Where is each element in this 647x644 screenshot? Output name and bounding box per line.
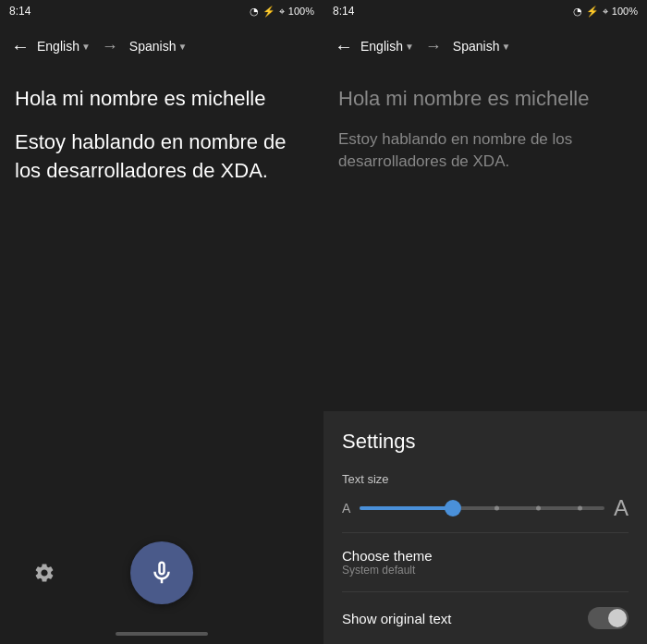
text-size-section: Text size A A (324, 461, 647, 532)
right-source-lang-label: English (360, 39, 403, 54)
choose-theme-row[interactable]: Choose theme System default (324, 533, 647, 591)
right-source-lang-button[interactable]: English ▼ (360, 39, 414, 54)
left-target-lang-label: Spanish (129, 39, 177, 54)
left-panel: 8:14 ◔ ⚡ ⌖ 100% ← English ▼ → Spanish ▼ … (0, 0, 324, 644)
right-source-lang-arrow: ▼ (405, 42, 414, 52)
right-translation-line2: Estoy hablando en nombre de los desarrol… (338, 128, 632, 173)
left-source-lang-button[interactable]: English ▼ (37, 39, 91, 54)
right-wifi-icon: ⌖ (603, 6, 608, 18)
left-home-indicator (0, 624, 324, 644)
slider-thumb (445, 500, 461, 516)
left-mic-button[interactable] (130, 541, 193, 604)
notification-icon: ◔ (250, 6, 259, 18)
battery-icon: 100% (288, 6, 314, 17)
slider-small-a: A (342, 501, 350, 516)
right-translation-line1: Hola mi nombre es michelle (338, 85, 632, 114)
slider-fill (360, 506, 453, 510)
left-target-lang-arrow: ▼ (177, 42, 187, 52)
left-translation-line1: Hola mi nombre es michelle (15, 85, 309, 114)
right-toolbar: ← English ▼ → Spanish ▼ (324, 22, 647, 70)
choose-theme-title: Choose theme (342, 548, 433, 564)
right-panel: 8:14 ◔ ⚡ ⌖ 100% ← English ▼ → Spanish ▼ … (324, 0, 647, 644)
text-size-label: Text size (342, 472, 629, 486)
left-lang-separator: → (102, 37, 118, 56)
left-target-lang-button[interactable]: Spanish ▼ (129, 39, 188, 54)
settings-panel: Settings Text size A A Choose theme (324, 411, 647, 644)
show-original-title: Show original text (342, 611, 451, 626)
right-status-icons: ◔ ⚡ ⌖ 100% (573, 6, 638, 18)
left-translation-line2: Estoy hablando en nombre de los desarrol… (15, 128, 309, 186)
right-bolt-icon: ⚡ (586, 6, 599, 18)
right-battery-icon: 100% (612, 6, 638, 17)
right-lang-separator: → (425, 37, 442, 56)
slider-large-a: A (614, 495, 629, 521)
left-status-icons: ◔ ⚡ ⌖ 100% (250, 6, 314, 18)
right-notification-icon: ◔ (573, 6, 582, 18)
left-bottom-controls (0, 541, 324, 624)
left-content-area: Hola mi nombre es michelle Estoy habland… (0, 70, 324, 541)
slider-dot-2 (536, 506, 541, 511)
right-target-lang-label: Spanish (453, 39, 500, 54)
show-original-toggle[interactable] (588, 607, 629, 629)
left-back-button[interactable]: ← (11, 36, 30, 57)
left-status-bar: 8:14 ◔ ⚡ ⌖ 100% (0, 0, 324, 22)
slider-dot-1 (494, 506, 499, 511)
left-status-time: 8:14 (9, 5, 31, 18)
text-size-slider-row: A A (342, 495, 629, 521)
settings-title: Settings (324, 411, 647, 461)
text-size-slider[interactable] (360, 506, 604, 510)
mic-icon (148, 559, 176, 587)
right-target-lang-button[interactable]: Spanish ▼ (453, 39, 511, 54)
gear-icon (33, 562, 55, 584)
right-status-bar: 8:14 ◔ ⚡ ⌖ 100% (324, 0, 647, 22)
left-source-lang-label: English (37, 39, 79, 54)
left-settings-button[interactable] (28, 556, 61, 589)
left-toolbar: ← English ▼ → Spanish ▼ (0, 22, 324, 70)
choose-theme-text: Choose theme System default (342, 548, 433, 577)
right-back-button[interactable]: ← (335, 36, 353, 57)
left-home-bar (116, 632, 208, 636)
right-status-time: 8:14 (333, 5, 354, 18)
show-original-row: Show original text (324, 592, 647, 644)
right-content-area: Hola mi nombre es michelle Estoy habland… (324, 70, 647, 411)
bolt-icon: ⚡ (262, 6, 275, 18)
left-source-lang-arrow: ▼ (81, 42, 91, 52)
show-original-text: Show original text (342, 611, 451, 626)
slider-dot-3 (578, 506, 582, 511)
choose-theme-subtitle: System default (342, 564, 433, 577)
right-target-lang-arrow: ▼ (501, 42, 510, 52)
wifi-icon: ⌖ (279, 6, 285, 18)
toggle-knob (608, 609, 627, 627)
